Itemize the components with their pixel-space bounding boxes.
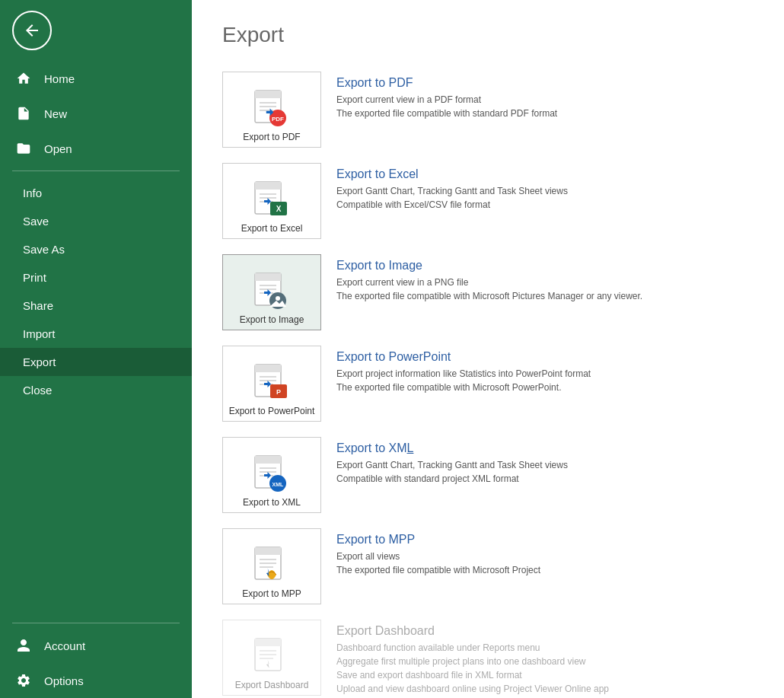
export-dashboard-label: Export Dashboard (235, 680, 309, 690)
sidebar-item-save[interactable]: Save (0, 207, 192, 235)
export-xml-title: Export to XML (336, 441, 754, 455)
export-powerpoint-info: Export to PowerPoint Export project info… (336, 346, 754, 394)
export-excel-button[interactable]: X Export to Excel (222, 163, 321, 239)
new-icon (15, 105, 32, 122)
back-button[interactable] (12, 11, 52, 50)
sidebar-options-label: Options (44, 674, 84, 687)
svg-rect-1 (255, 91, 281, 98)
export-image-label: Export to Image (240, 314, 304, 325)
svg-rect-36 (255, 547, 281, 555)
sidebar: Home New Open Info Save Save As Print (0, 0, 192, 698)
export-xml-button[interactable]: XML Export to XML (222, 437, 321, 513)
sidebar-item-save-as[interactable]: Save As (0, 235, 192, 263)
svg-rect-29 (255, 456, 281, 464)
export-pdf-desc: Export current view in a PDF format The … (336, 93, 754, 120)
export-dashboard-info: Export Dashboard Dashboard function avai… (336, 620, 754, 696)
sidebar-item-share[interactable]: Share (0, 292, 192, 320)
export-image-button[interactable]: Export to Image (222, 254, 321, 330)
export-image-desc: Export current view in a PNG file The ex… (336, 276, 754, 303)
sidebar-divider-2 (12, 623, 180, 623)
export-dashboard-button[interactable]: Export Dashboard (222, 620, 321, 696)
export-pdf-label: Export to PDF (243, 132, 300, 142)
export-image-info: Export to Image Export current view in a… (336, 254, 754, 303)
home-icon (15, 70, 32, 87)
export-row-excel: X Export to Excel Export to Excel Export… (222, 157, 754, 245)
export-grid: PDF Export to PDF Export to PDF Export c… (222, 65, 754, 698)
sidebar-new-label: New (44, 107, 67, 120)
sidebar-item-open[interactable]: Open (0, 131, 192, 166)
sidebar-item-close[interactable]: Close (0, 376, 192, 404)
export-excel-info: Export to Excel Export Gantt Chart, Trac… (336, 163, 754, 212)
sidebar-divider-1 (12, 171, 180, 171)
export-row-image: Export to Image Export to Image Export c… (222, 248, 754, 336)
export-xml-label: Export to XML (243, 497, 301, 508)
export-row-xml: XML Export to XML Export to XML Export G… (222, 431, 754, 519)
export-excel-desc: Export Gantt Chart, Tracking Gantt and T… (336, 184, 754, 212)
export-image-title: Export to Image (336, 259, 754, 273)
export-powerpoint-label: Export to PowerPoint (229, 406, 315, 416)
export-excel-title: Export to Excel (336, 167, 754, 181)
sidebar-nav-top: Home New Open (0, 61, 192, 166)
svg-text:P: P (276, 388, 281, 396)
open-icon (15, 140, 32, 157)
sidebar-item-new[interactable]: New (0, 96, 192, 131)
export-mpp-info: Export to MPP Export all views The expor… (336, 528, 754, 577)
sidebar-item-import[interactable]: Import (0, 320, 192, 348)
export-excel-label: Export to Excel (241, 223, 303, 234)
export-xml-info: Export to XML Export Gantt Chart, Tracki… (336, 437, 754, 486)
svg-rect-15 (255, 273, 281, 281)
svg-text:PDF: PDF (272, 116, 284, 123)
export-dashboard-title: Export Dashboard (336, 624, 754, 638)
sidebar-home-label: Home (44, 72, 75, 85)
sidebar-item-options[interactable]: Options (0, 663, 192, 698)
sidebar-item-print[interactable]: Print (0, 263, 192, 292)
sidebar-item-info[interactable]: Info (0, 179, 192, 207)
export-pdf-button[interactable]: PDF Export to PDF (222, 72, 321, 148)
svg-rect-41 (255, 639, 281, 646)
export-powerpoint-title: Export to PowerPoint (336, 350, 754, 364)
sidebar-item-export[interactable]: Export (0, 348, 192, 376)
export-dashboard-desc: Dashboard function available under Repor… (336, 641, 754, 696)
svg-rect-22 (255, 365, 281, 372)
export-row-powerpoint: P Export to PowerPoint Export to PowerPo… (222, 339, 754, 428)
options-icon (15, 672, 32, 689)
export-mpp-label: Export to MPP (242, 588, 301, 599)
sidebar-item-home[interactable]: Home (0, 61, 192, 96)
export-xml-desc: Export Gantt Chart, Tracking Gantt and T… (336, 458, 754, 486)
svg-rect-8 (255, 182, 281, 190)
export-powerpoint-desc: Export project information like Statisti… (336, 367, 754, 394)
svg-text:XML: XML (272, 482, 285, 487)
svg-text:X: X (276, 205, 282, 213)
main-content: Export PDF Export to PDF Export (192, 0, 784, 698)
sidebar-nav-mid: Info Save Save As Print Share Import Exp… (0, 176, 192, 407)
export-mpp-title: Export to MPP (336, 533, 754, 547)
export-pdf-info: Export to PDF Export current view in a P… (336, 72, 754, 120)
sidebar-account-label: Account (44, 639, 85, 652)
export-powerpoint-button[interactable]: P Export to PowerPoint (222, 346, 321, 422)
export-row-pdf: PDF Export to PDF Export to PDF Export c… (222, 65, 754, 154)
export-row-dashboard: Export Dashboard Export Dashboard Dashbo… (222, 614, 754, 698)
sidebar-item-account[interactable]: Account (0, 628, 192, 663)
account-icon (15, 637, 32, 654)
sidebar-open-label: Open (44, 142, 72, 155)
export-row-mpp: Export to MPP Export to MPP Export all v… (222, 522, 754, 610)
export-pdf-title: Export to PDF (336, 76, 754, 90)
sidebar-bottom: Account Options (0, 618, 192, 698)
export-mpp-desc: Export all views The exported file compa… (336, 550, 754, 577)
export-mpp-button[interactable]: Export to MPP (222, 528, 321, 604)
page-title: Export (222, 23, 754, 47)
svg-point-20 (276, 296, 280, 301)
